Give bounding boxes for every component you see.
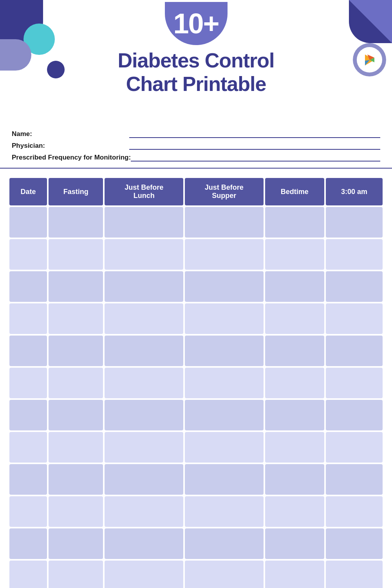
col-fasting: Fasting [49,178,103,205]
table-cell[interactable] [105,464,183,495]
table-cell[interactable] [326,239,383,270]
table-cell[interactable] [185,271,264,302]
table-cell[interactable] [265,528,325,559]
decor-tr-inner [357,47,382,73]
table-cell[interactable] [105,271,183,302]
table-cell[interactable] [105,561,183,588]
table-row [9,496,383,527]
table-cell[interactable] [326,336,383,366]
table-cell[interactable] [265,271,325,302]
table-cell[interactable] [105,528,183,559]
badge-container: 10+ [165,2,228,45]
col-three-am: 3:00 am [326,178,383,205]
table-cell[interactable] [9,336,47,366]
table-cell[interactable] [326,464,383,495]
table-cell[interactable] [185,303,264,334]
table-cell[interactable] [9,303,47,334]
frequency-row: Prescribed Frequency for Monitoring: [12,153,380,162]
table-cell[interactable] [185,464,264,495]
table-cell[interactable] [105,400,183,430]
table-cell[interactable] [49,400,103,430]
table-row [9,368,383,398]
table-cell[interactable] [265,400,325,430]
table-cell[interactable] [265,303,325,334]
table-cell[interactable] [185,496,264,527]
name-label: Name: [12,130,129,138]
table-cell[interactable] [9,207,47,238]
form-section: Name: Physician: Prescribed Frequency fo… [0,125,392,169]
table-cell[interactable] [9,496,47,527]
col-bedtime: Bedtime [265,178,325,205]
page: 10+ Diabetes Control Chart Printable Nam… [0,0,392,588]
decor-tl-dot [47,61,65,78]
table-cell[interactable] [326,368,383,398]
table-cell[interactable] [326,561,383,588]
table-row [9,207,383,238]
table-cell[interactable] [265,464,325,495]
frequency-input[interactable] [131,153,380,162]
table-cell[interactable] [265,561,325,588]
table-cell[interactable] [9,271,47,302]
table-cell[interactable] [9,400,47,430]
table-cell[interactable] [185,561,264,588]
table-cell[interactable] [9,464,47,495]
table-cell[interactable] [49,464,103,495]
table-row [9,271,383,302]
table-cell[interactable] [265,239,325,270]
table-cell[interactable] [185,239,264,270]
table-cell[interactable] [185,368,264,398]
physician-input[interactable] [129,141,380,150]
table-cell[interactable] [326,496,383,527]
table-cell[interactable] [185,528,264,559]
table-cell[interactable] [49,207,103,238]
table-cell[interactable] [9,239,47,270]
table-cell[interactable] [185,207,264,238]
table-cell[interactable] [105,496,183,527]
table-cell[interactable] [105,207,183,238]
table-cell[interactable] [49,528,103,559]
table-cell[interactable] [105,303,183,334]
table-cell[interactable] [49,496,103,527]
table-cell[interactable] [185,400,264,430]
table-cell[interactable] [105,239,183,270]
name-input[interactable] [129,129,380,138]
table-cell[interactable] [185,432,264,463]
table-cell[interactable] [49,303,103,334]
table-cell[interactable] [185,336,264,366]
table-cell[interactable] [9,561,47,588]
table-cell[interactable] [265,336,325,366]
page-title: Diabetes Control Chart Printable [79,49,314,96]
table-cell[interactable] [326,271,383,302]
table-cell[interactable] [49,368,103,398]
table-cell[interactable] [326,303,383,334]
table-cell[interactable] [105,432,183,463]
decor-tl-small [0,39,31,71]
table-row [9,336,383,366]
col-date: Date [9,178,47,205]
table-row [9,528,383,559]
table-cell[interactable] [265,496,325,527]
table-cell[interactable] [105,368,183,398]
table-cell[interactable] [326,400,383,430]
table-cell[interactable] [49,336,103,366]
table-cell[interactable] [9,368,47,398]
decor-tr-triangle [349,0,392,43]
table-cell[interactable] [265,432,325,463]
header: 10+ Diabetes Control Chart Printable [0,0,392,125]
table-cell[interactable] [49,239,103,270]
table-cell[interactable] [49,561,103,588]
name-row: Name: [12,129,380,138]
table-section: Date Fasting Just BeforeLunch Just Befor… [0,169,392,588]
table-cell[interactable] [265,207,325,238]
table-cell[interactable] [49,432,103,463]
data-table: Date Fasting Just BeforeLunch Just Befor… [8,176,384,588]
table-cell[interactable] [49,271,103,302]
table-cell[interactable] [326,432,383,463]
table-cell[interactable] [265,368,325,398]
table-cell[interactable] [326,207,383,238]
table-cell[interactable] [326,528,383,559]
col-just-before-lunch: Just BeforeLunch [105,178,183,205]
table-cell[interactable] [9,432,47,463]
table-cell[interactable] [9,528,47,559]
table-cell[interactable] [105,336,183,366]
